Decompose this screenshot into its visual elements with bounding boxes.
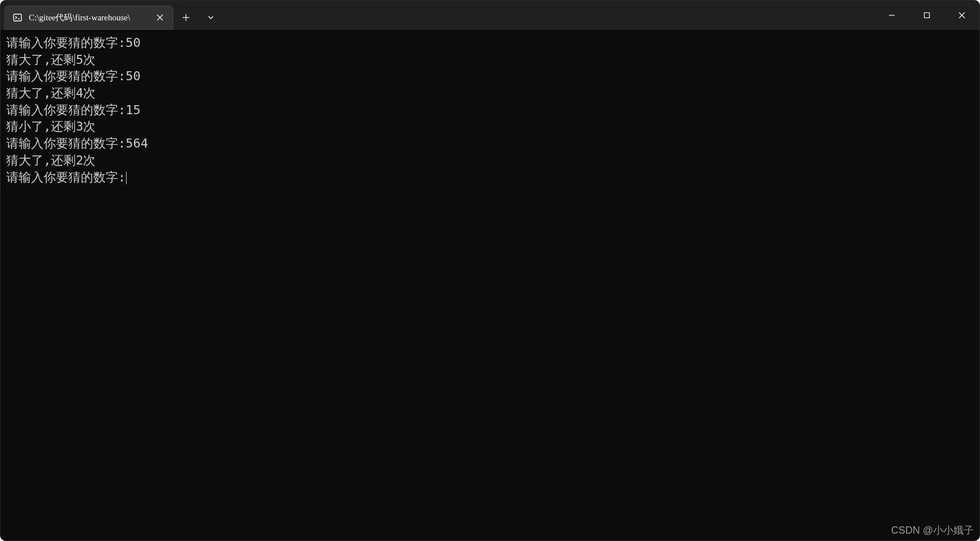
tab-dropdown-button[interactable]	[198, 5, 223, 30]
terminal-line: 猜大了,还剩2次	[6, 152, 974, 169]
window-controls	[874, 1, 979, 30]
tab-title: C:\gitee代码\first-warehouse\	[29, 12, 148, 23]
maximize-button[interactable]	[909, 1, 944, 30]
svg-rect-7	[925, 13, 930, 18]
titlebar[interactable]: C:\gitee代码\first-warehouse\	[1, 1, 979, 30]
tab-close-button[interactable]	[153, 11, 167, 24]
terminal-window: C:\gitee代码\first-warehouse\	[0, 0, 980, 541]
active-tab[interactable]: C:\gitee代码\first-warehouse\	[4, 5, 174, 30]
terminal-line: 请输入你要猜的数字:50	[6, 34, 974, 51]
terminal-line: 猜小了,还剩3次	[6, 118, 974, 135]
new-tab-button[interactable]	[174, 5, 198, 30]
terminal-line: 猜大了,还剩4次	[6, 85, 974, 102]
terminal-line: 请输入你要猜的数字:564	[6, 135, 974, 152]
terminal-line: 请输入你要猜的数字:15	[6, 102, 974, 119]
terminal-line: 请输入你要猜的数字:50	[6, 68, 974, 85]
terminal-icon	[12, 12, 23, 23]
titlebar-drag-area[interactable]	[223, 1, 874, 30]
terminal-body[interactable]: 请输入你要猜的数字:50 猜大了,还剩5次 请输入你要猜的数字:50 猜大了,还…	[1, 30, 979, 540]
svg-rect-0	[14, 14, 21, 21]
minimize-button[interactable]	[874, 1, 909, 30]
terminal-line: 猜大了,还剩5次	[6, 51, 974, 68]
terminal-prompt-line: 请输入你要猜的数字:	[6, 169, 974, 186]
watermark: CSDN @小小娥子	[891, 523, 974, 537]
terminal-prompt-text: 请输入你要猜的数字:	[6, 170, 125, 184]
cursor	[126, 172, 127, 184]
close-window-button[interactable]	[944, 1, 979, 30]
